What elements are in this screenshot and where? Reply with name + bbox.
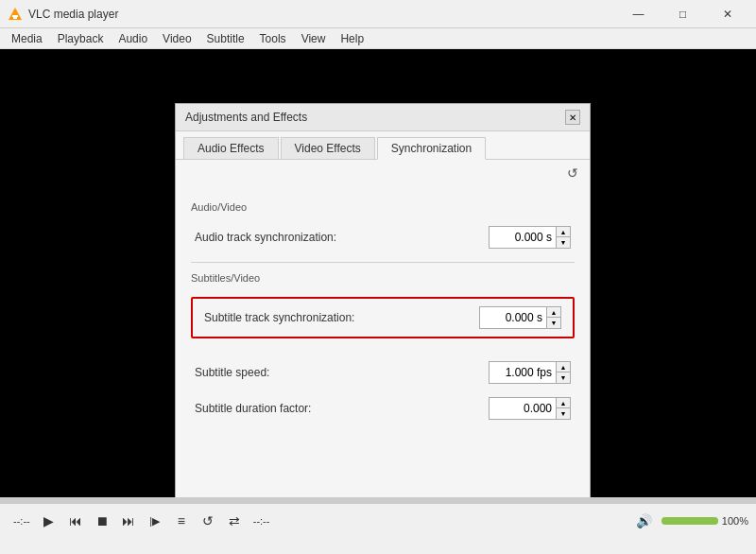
subtitle-speed-down[interactable]: ▼	[557, 372, 570, 383]
subtitle-speed-label: Subtitle speed:	[195, 366, 489, 379]
dialog-title: Adjustments and Effects	[185, 111, 307, 124]
svg-rect-2	[13, 17, 17, 19]
app-title: VLC media player	[28, 8, 617, 21]
menu-audio[interactable]: Audio	[111, 30, 155, 47]
subtitle-duration-row: Subtitle duration factor: ▲ ▼	[191, 397, 575, 420]
volume-icon[interactable]: 🔊	[631, 509, 658, 533]
menu-subtitle[interactable]: Subtitle	[199, 30, 252, 47]
maximize-button[interactable]: □	[662, 0, 704, 28]
tab-synchronization[interactable]: Synchronization	[377, 137, 486, 160]
audio-sync-down[interactable]: ▼	[557, 237, 570, 248]
play-button[interactable]: ▶	[36, 509, 62, 533]
dialog-content: Audio/Video Audio track synchronization:…	[176, 186, 590, 498]
random-button[interactable]: ⇄	[221, 509, 248, 533]
subtitle-sync-up[interactable]: ▲	[547, 307, 560, 318]
controls-row: --:-- ▶ ⏮ ⏹ ⏭ |▶ ≡ ↺ ⇄ --:-- 🔊 100%	[0, 504, 756, 538]
subtitle-duration-down[interactable]: ▼	[557, 408, 570, 419]
subtitle-duration-spinners: ▲ ▼	[556, 398, 570, 419]
loop-button[interactable]: ↺	[195, 509, 221, 533]
seekbar[interactable]	[0, 498, 756, 504]
audio-video-header: Audio/Video	[191, 201, 575, 215]
subtitle-sync-input[interactable]	[480, 307, 546, 328]
main-area: Adjustments and Effects ✕ Audio Effects …	[0, 49, 756, 516]
next-button[interactable]: ⏭	[115, 509, 142, 533]
tab-bar: Audio Effects Video Effects Synchronizat…	[176, 131, 590, 160]
audio-sync-spinners: ▲ ▼	[556, 227, 570, 248]
subtitle-sync-label: Subtitle track synchronization:	[204, 311, 479, 324]
volume-area: 🔊 100%	[631, 509, 748, 533]
menu-media[interactable]: Media	[4, 30, 50, 47]
audio-sync-label: Audio track synchronization:	[195, 231, 489, 244]
audio-sync-up[interactable]: ▲	[557, 227, 570, 237]
audio-sync-input-group: ▲ ▼	[489, 226, 571, 249]
svg-rect-1	[12, 15, 18, 17]
subtitle-speed-input[interactable]	[490, 362, 556, 383]
title-bar: VLC media player — □ ✕	[0, 0, 756, 28]
stop-button[interactable]: ⏹	[89, 509, 115, 533]
volume-fill	[662, 517, 718, 525]
time-left: --:--	[8, 515, 36, 527]
menu-view[interactable]: View	[294, 30, 334, 47]
subtitle-sync-row: Subtitle track synchronization: ▲ ▼	[200, 306, 565, 329]
prev-button[interactable]: ⏮	[62, 509, 89, 533]
vlc-icon	[8, 7, 23, 22]
controls-bar: --:-- ▶ ⏮ ⏹ ⏭ |▶ ≡ ↺ ⇄ --:-- 🔊 100%	[0, 497, 756, 554]
subtitle-sync-spinners: ▲ ▼	[546, 307, 560, 328]
audio-sync-input[interactable]	[490, 227, 556, 248]
reset-button[interactable]: ↺	[563, 164, 582, 182]
subtitle-sync-input-group: ▲ ▼	[479, 306, 561, 329]
reset-row: ↺	[176, 160, 590, 186]
dialog-x-button[interactable]: ✕	[565, 110, 580, 125]
subtitle-duration-input-group: ▲ ▼	[489, 397, 571, 420]
menu-help[interactable]: Help	[333, 30, 371, 47]
volume-slider[interactable]	[662, 517, 718, 525]
tab-video-effects[interactable]: Video Effects	[281, 137, 375, 159]
subtitle-sync-down[interactable]: ▼	[547, 318, 560, 328]
menu-playback[interactable]: Playback	[50, 30, 112, 47]
subtitle-speed-up[interactable]: ▲	[557, 362, 570, 372]
menu-video[interactable]: Video	[155, 30, 198, 47]
dialog-title-bar: Adjustments and Effects ✕	[176, 104, 590, 131]
subtitle-speed-spinners: ▲ ▼	[556, 362, 570, 383]
subtitle-duration-label: Subtitle duration factor:	[195, 402, 489, 415]
subtitle-speed-row: Subtitle speed: ▲ ▼	[191, 361, 575, 384]
subtitle-duration-up[interactable]: ▲	[557, 398, 570, 408]
menu-bar: Media Playback Audio Video Subtitle Tool…	[0, 28, 756, 49]
audio-sync-row: Audio track synchronization: ▲ ▼	[191, 226, 575, 249]
volume-percent: 100%	[722, 515, 748, 527]
window-controls: — □ ✕	[617, 0, 748, 28]
divider-1	[191, 262, 575, 263]
adjustments-dialog: Adjustments and Effects ✕ Audio Effects …	[175, 103, 591, 538]
tab-audio-effects[interactable]: Audio Effects	[183, 137, 279, 159]
time-right: --:--	[248, 515, 276, 527]
playlist-button[interactable]: ≡	[168, 509, 195, 533]
subtitles-video-header: Subtitles/Video	[191, 272, 575, 286]
menu-tools[interactable]: Tools	[252, 30, 294, 47]
subtitle-duration-input[interactable]	[490, 398, 556, 419]
frame-step-button[interactable]: |▶	[142, 509, 168, 533]
window-close-button[interactable]: ✕	[706, 0, 748, 28]
minimize-button[interactable]: —	[617, 0, 660, 28]
subtitle-sync-highlight: Subtitle track synchronization: ▲ ▼	[191, 297, 575, 338]
subtitle-speed-input-group: ▲ ▼	[489, 361, 571, 384]
